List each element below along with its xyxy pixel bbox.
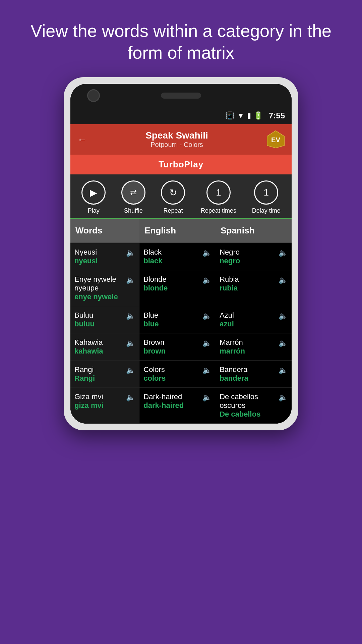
word-primary-0: Nyeusi <box>74 248 123 257</box>
sound-icon-english-2[interactable]: 🔈 <box>202 312 212 320</box>
cell-word-3: Kahawia kahawia 🔈 <box>70 333 139 360</box>
spanish-secondary-0: negro <box>220 257 276 265</box>
spanish-secondary-1: rubia <box>220 284 276 292</box>
cell-english-3: Brown brown 🔈 <box>139 333 216 360</box>
spanish-primary-2: Azul <box>220 311 276 320</box>
delay-time-value: 1 <box>263 187 269 198</box>
repeat-times-circle[interactable]: 1 <box>206 180 231 205</box>
repeat-times-value: 1 <box>216 187 221 198</box>
sound-icon-spanish-0[interactable]: 🔈 <box>279 249 288 257</box>
english-primary-4: Colors <box>143 365 200 374</box>
status-bar: 📳 ▼ ▮ 🔋 7:55 <box>70 107 292 124</box>
sound-icon-word-5[interactable]: 🔈 <box>126 393 135 402</box>
turboplay-bar: TurboPlay <box>70 155 292 174</box>
back-button[interactable]: ← <box>77 134 87 145</box>
repeat-icon: ↻ <box>169 187 177 198</box>
sound-icon-english-3[interactable]: 🔈 <box>202 339 212 347</box>
english-secondary-5: dark-haired <box>143 401 200 410</box>
english-secondary-2: blue <box>143 320 200 328</box>
word-primary-3: Kahawia <box>74 338 123 347</box>
english-secondary-3: brown <box>143 347 200 356</box>
cell-english-4: Colors colors 🔈 <box>139 361 216 387</box>
controls-bar: ▶ Play ⇄ Shuffle ↻ Repeat 1 Repea <box>70 174 292 219</box>
delay-time-control[interactable]: 1 Delay time <box>252 180 281 214</box>
header-spanish: Spanish <box>216 219 292 243</box>
phone-top-bar <box>70 84 292 107</box>
repeat-control[interactable]: ↻ Repeat <box>161 180 185 214</box>
repeat-times-control[interactable]: 1 Repeat times <box>201 180 236 214</box>
word-secondary-2: buluu <box>74 320 123 328</box>
battery-icon: 🔋 <box>254 111 263 120</box>
table-header: Words English Spanish <box>70 219 292 243</box>
cell-spanish-3: Marrón marrón 🔈 <box>216 333 292 360</box>
camera <box>87 89 100 102</box>
sound-icon-spanish-1[interactable]: 🔈 <box>279 276 288 284</box>
spanish-secondary-2: azul <box>220 320 276 328</box>
status-icons: 📳 ▼ ▮ 🔋 7:55 <box>225 111 285 120</box>
sound-icon-word-0[interactable]: 🔈 <box>126 249 135 257</box>
speaker <box>161 93 201 99</box>
play-label: Play <box>88 207 100 214</box>
ev-logo: EV <box>266 130 285 149</box>
sound-icon-word-2[interactable]: 🔈 <box>126 312 135 320</box>
sound-icon-spanish-2[interactable]: 🔈 <box>279 312 288 320</box>
sound-icon-spanish-3[interactable]: 🔈 <box>279 339 288 347</box>
spanish-primary-0: Negro <box>220 248 276 257</box>
sound-icon-english-5[interactable]: 🔈 <box>202 393 212 402</box>
word-secondary-3: kahawia <box>74 347 123 356</box>
english-secondary-1: blonde <box>143 284 200 292</box>
app-bar-title: Speak Swahili Potpourri - Colors <box>87 130 266 149</box>
cell-word-4: Rangi Rangi 🔈 <box>70 361 139 387</box>
english-primary-2: Blue <box>143 311 200 320</box>
cell-word-2: Buluu buluu 🔈 <box>70 306 139 333</box>
spanish-secondary-5: De cabellos <box>220 410 276 419</box>
word-primary-5: Giza mvi <box>74 392 123 401</box>
header-words: Words <box>70 219 139 243</box>
hero-text: View the words within a category in the … <box>0 0 362 77</box>
shuffle-control[interactable]: ⇄ Shuffle <box>121 180 145 214</box>
table-row: Buluu buluu 🔈 Blue blue 🔈 Azul azul <box>70 306 292 333</box>
delay-time-label: Delay time <box>252 207 281 214</box>
word-primary-2: Buluu <box>74 311 123 320</box>
sound-icon-spanish-5[interactable]: 🔈 <box>279 393 288 402</box>
repeat-button-circle[interactable]: ↻ <box>161 180 185 205</box>
word-primary-4: Rangi <box>74 365 123 374</box>
english-primary-3: Brown <box>143 338 200 347</box>
sound-icon-word-1[interactable]: 🔈 <box>126 276 135 284</box>
shuffle-icon: ⇄ <box>130 188 137 197</box>
sound-icon-english-0[interactable]: 🔈 <box>202 249 212 257</box>
spanish-secondary-3: marrón <box>220 347 276 356</box>
turboplay-label: TurboPlay <box>159 159 203 169</box>
app-bar: ← Speak Swahili Potpourri - Colors EV <box>70 124 292 155</box>
table-row: Giza mvi giza mvi 🔈 Dark-haired dark-hai… <box>70 388 292 424</box>
play-button-circle[interactable]: ▶ <box>81 180 106 205</box>
play-icon: ▶ <box>90 187 97 198</box>
shuffle-label: Shuffle <box>124 207 143 214</box>
spanish-primary-3: Marrón <box>220 338 276 347</box>
cell-english-1: Blonde blonde 🔈 <box>139 270 216 306</box>
app-title-sub: Potpourri - Colors <box>87 141 266 149</box>
word-table: Words English Spanish Nyeusi nyeusi 🔈 Bl… <box>70 219 292 424</box>
english-secondary-4: colors <box>143 374 200 383</box>
header-english: English <box>139 219 216 243</box>
word-secondary-5: giza mvi <box>74 401 123 410</box>
word-primary-1: Enye nywele nyeupe <box>74 275 123 292</box>
english-primary-1: Blonde <box>143 275 200 284</box>
cell-word-1: Enye nywele nyeupe enye nywele 🔈 <box>70 270 139 306</box>
sound-icon-word-3[interactable]: 🔈 <box>126 339 135 347</box>
spanish-secondary-4: bandera <box>220 374 276 383</box>
sound-icon-word-4[interactable]: 🔈 <box>126 366 135 375</box>
shuffle-button-circle[interactable]: ⇄ <box>121 180 145 205</box>
sound-icon-english-4[interactable]: 🔈 <box>202 366 212 375</box>
word-secondary-1: enye nywele <box>74 292 123 301</box>
cell-english-2: Blue blue 🔈 <box>139 306 216 333</box>
cell-spanish-2: Azul azul 🔈 <box>216 306 292 333</box>
sound-icon-english-1[interactable]: 🔈 <box>202 276 212 284</box>
cell-spanish-0: Negro negro 🔈 <box>216 243 292 270</box>
cell-spanish-5: De cabellos oscuros De cabellos 🔈 <box>216 388 292 423</box>
cell-english-0: Black black 🔈 <box>139 243 216 270</box>
play-control[interactable]: ▶ Play <box>81 180 106 214</box>
sound-icon-spanish-4[interactable]: 🔈 <box>279 366 288 375</box>
delay-time-circle[interactable]: 1 <box>254 180 278 205</box>
table-row: Rangi Rangi 🔈 Colors colors 🔈 Bandera <box>70 361 292 388</box>
